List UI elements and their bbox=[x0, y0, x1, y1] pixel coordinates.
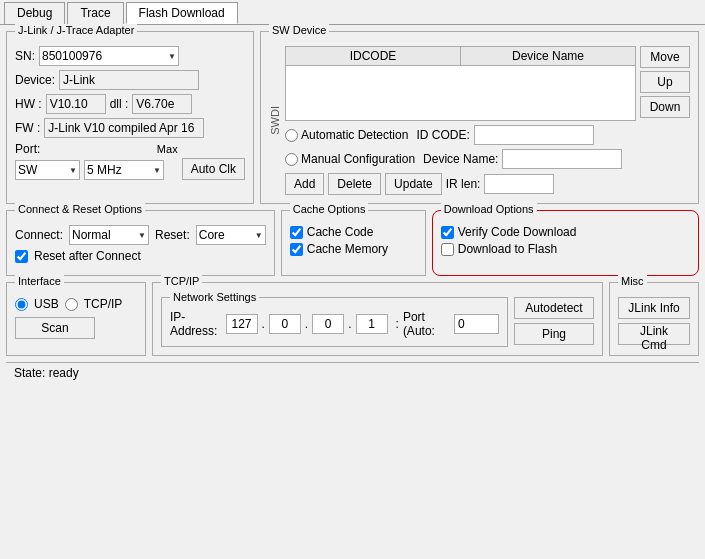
network-settings-group: Network Settings IP-Address: . . . : Por… bbox=[161, 297, 508, 347]
ip-dot-2: . bbox=[305, 317, 308, 331]
col-idcode: IDCODE bbox=[286, 47, 461, 65]
id-code-label: ID CODE: bbox=[416, 128, 469, 142]
interface-label: Interface bbox=[15, 275, 64, 287]
download-options-label: Download Options bbox=[441, 203, 537, 215]
port-input[interactable] bbox=[454, 314, 499, 334]
interface-group: Interface USB TCP/IP Scan bbox=[6, 282, 146, 356]
manual-config-label: Manual Configuration bbox=[301, 152, 415, 166]
ir-len-label: IR len: bbox=[446, 177, 481, 191]
sw-device-label: SW Device bbox=[269, 24, 329, 36]
device-name-input[interactable] bbox=[502, 149, 622, 169]
misc-group: Misc JLink Info JLink Cmd bbox=[609, 282, 699, 356]
download-flash-checkbox[interactable] bbox=[441, 243, 454, 256]
sw-table-body bbox=[285, 66, 636, 121]
id-code-input[interactable] bbox=[474, 125, 594, 145]
port-select[interactable]: SW bbox=[15, 160, 80, 180]
add-button[interactable]: Add bbox=[285, 173, 324, 195]
dll-value: V6.70e bbox=[132, 94, 192, 114]
ip-address-label: IP-Address: bbox=[170, 310, 222, 338]
autodetect-ping-area: Autodetect Ping bbox=[514, 297, 594, 345]
move-button[interactable]: Move bbox=[640, 46, 690, 68]
cache-code-label: Cache Code bbox=[307, 225, 374, 239]
reset-label: Reset: bbox=[155, 228, 190, 242]
reset-after-connect-label: Reset after Connect bbox=[34, 249, 141, 263]
col-device-name: Device Name bbox=[461, 47, 635, 65]
tcpip-label-group: TCP/IP bbox=[161, 275, 202, 287]
jlink-adapter-group: J-Link / J-Trace Adapter SN: 850100976 D… bbox=[6, 31, 254, 204]
connect-select[interactable]: Normal Under Reset Pre-reset bbox=[69, 225, 149, 245]
sn-select[interactable]: 850100976 bbox=[39, 46, 179, 66]
ip-dot-3: . bbox=[348, 317, 351, 331]
status-bar: State: ready bbox=[6, 362, 699, 383]
ping-button[interactable]: Ping bbox=[514, 323, 594, 345]
delete-button[interactable]: Delete bbox=[328, 173, 381, 195]
bottom-row: Interface USB TCP/IP Scan TCP/IP Network… bbox=[6, 282, 699, 356]
ip-oct4-input[interactable] bbox=[356, 314, 388, 334]
port-label: Port: bbox=[15, 142, 40, 156]
port-label: Port (Auto: bbox=[403, 310, 450, 338]
cache-memory-checkbox[interactable] bbox=[290, 243, 303, 256]
swdi-label: SWDI bbox=[269, 106, 281, 135]
misc-label: Misc bbox=[618, 275, 647, 287]
tab-trace[interactable]: Trace bbox=[67, 2, 123, 24]
state-label: State: ready bbox=[14, 366, 79, 380]
cache-options-label: Cache Options bbox=[290, 203, 369, 215]
tab-debug[interactable]: Debug bbox=[4, 2, 65, 24]
tab-flash-download[interactable]: Flash Download bbox=[126, 2, 238, 24]
up-button[interactable]: Up bbox=[640, 71, 690, 93]
content-area: J-Link / J-Trace Adapter SN: 850100976 D… bbox=[0, 25, 705, 559]
hw-label: HW : bbox=[15, 97, 42, 111]
usb-radio[interactable] bbox=[15, 298, 28, 311]
reset-select[interactable]: Core Normal Software bbox=[196, 225, 266, 245]
update-button[interactable]: Update bbox=[385, 173, 442, 195]
top-row: J-Link / J-Trace Adapter SN: 850100976 D… bbox=[6, 31, 699, 204]
max-label: Max bbox=[44, 143, 177, 155]
jlink-cmd-button[interactable]: JLink Cmd bbox=[618, 323, 690, 345]
device-label: Device: bbox=[15, 73, 55, 87]
tcpip-radio[interactable] bbox=[65, 298, 78, 311]
connect-reset-group: Connect & Reset Options Connect: Normal … bbox=[6, 210, 275, 276]
ip-oct1-input[interactable] bbox=[226, 314, 258, 334]
autoclk-button[interactable]: Auto Clk bbox=[182, 158, 245, 180]
tcpip-label: TCP/IP bbox=[84, 297, 123, 311]
verify-code-label: Verify Code Download bbox=[458, 225, 577, 239]
main-window: Debug Trace Flash Download J-Link / J-Tr… bbox=[0, 0, 705, 559]
download-options-group: Download Options Verify Code Download Do… bbox=[432, 210, 699, 276]
speed-select[interactable]: 5 MHz bbox=[84, 160, 164, 180]
sw-device-group: SW Device SWDI IDCODE Device Name bbox=[260, 31, 699, 204]
autodetect-button[interactable]: Autodetect bbox=[514, 297, 594, 319]
verify-code-checkbox[interactable] bbox=[441, 226, 454, 239]
down-button[interactable]: Down bbox=[640, 96, 690, 118]
hw-value: V10.10 bbox=[46, 94, 106, 114]
ip-dot-1: . bbox=[262, 317, 265, 331]
cache-options-group: Cache Options Cache Code Cache Memory bbox=[281, 210, 426, 276]
tcpip-group: TCP/IP Network Settings IP-Address: . . … bbox=[152, 282, 603, 356]
ir-len-input[interactable] bbox=[484, 174, 554, 194]
device-name-form-label: Device Name: bbox=[423, 152, 498, 166]
fw-value: J-Link V10 compiled Apr 16 bbox=[44, 118, 204, 138]
fw-label: FW : bbox=[15, 121, 40, 135]
sw-right-buttons: Move Up Down bbox=[640, 46, 690, 195]
ip-oct2-input[interactable] bbox=[269, 314, 301, 334]
reset-after-connect-checkbox[interactable] bbox=[15, 250, 28, 263]
jlink-info-button[interactable]: JLink Info bbox=[618, 297, 690, 319]
connect-label: Connect: bbox=[15, 228, 63, 242]
device-value: J-Link bbox=[59, 70, 199, 90]
cache-code-checkbox[interactable] bbox=[290, 226, 303, 239]
scan-button[interactable]: Scan bbox=[15, 317, 95, 339]
middle-row: Connect & Reset Options Connect: Normal … bbox=[6, 210, 699, 276]
auto-detection-radio[interactable] bbox=[285, 129, 298, 142]
download-flash-label: Download to Flash bbox=[458, 242, 557, 256]
manual-config-radio[interactable] bbox=[285, 153, 298, 166]
network-settings-label: Network Settings bbox=[170, 291, 259, 303]
auto-detection-label: Automatic Detection bbox=[301, 128, 408, 142]
port-colon: : bbox=[396, 317, 399, 331]
sn-label: SN: bbox=[15, 49, 35, 63]
tab-bar: Debug Trace Flash Download bbox=[0, 0, 705, 25]
ip-oct3-input[interactable] bbox=[312, 314, 344, 334]
jlink-adapter-label: J-Link / J-Trace Adapter bbox=[15, 24, 137, 36]
usb-label: USB bbox=[34, 297, 59, 311]
dll-label: dll : bbox=[110, 97, 129, 111]
cache-memory-label: Cache Memory bbox=[307, 242, 388, 256]
connect-reset-label: Connect & Reset Options bbox=[15, 203, 145, 215]
